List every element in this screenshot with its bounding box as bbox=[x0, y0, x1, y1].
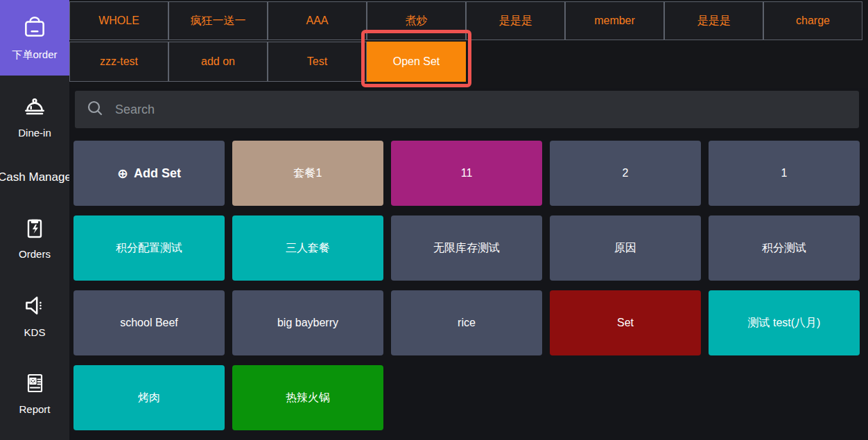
tab-zzz-test[interactable]: zzz-test bbox=[69, 42, 168, 82]
sidebar-item-label: Orders bbox=[19, 248, 51, 260]
category-tabs: WHOLE 疯狂一送一 AAA 煮炒 是是是 member 是是是 charge… bbox=[69, 0, 868, 88]
sidebar: 下单order Dine-in Cash Manage bbox=[0, 0, 69, 440]
sidebar-item-label: KDS bbox=[24, 326, 46, 338]
sidebar-item-dine-in[interactable]: Dine-in bbox=[0, 85, 69, 146]
sidebar-item-order[interactable]: 下单order bbox=[0, 0, 69, 76]
set-tile-1[interactable]: 1 bbox=[709, 141, 860, 206]
search-icon bbox=[75, 99, 114, 120]
set-tile-points-test[interactable]: 积分测试 bbox=[709, 215, 860, 281]
set-grid: ⊕ Add Set 套餐1 11 2 1 积分配置测试 三人套餐 无限库存测试 … bbox=[73, 141, 860, 430]
set-tile-reason[interactable]: 原因 bbox=[550, 215, 701, 281]
tile-label: 1 bbox=[781, 167, 788, 179]
speaker-icon bbox=[21, 292, 49, 326]
tab-whole[interactable]: WHOLE bbox=[69, 1, 168, 40]
add-set-button[interactable]: ⊕ Add Set bbox=[73, 141, 225, 206]
sidebar-item-cash-manage[interactable]: Cash Manage bbox=[0, 166, 69, 188]
set-tile-11[interactable]: 11 bbox=[391, 141, 542, 206]
search-input[interactable] bbox=[114, 102, 859, 118]
set-tile-big-bayberry[interactable]: big bayberry bbox=[232, 290, 383, 355]
sidebar-item-report[interactable]: Report bbox=[0, 362, 69, 423]
tile-label: 无限库存测试 bbox=[433, 241, 500, 256]
tab-crazy-bogo[interactable]: 疯狂一送一 bbox=[168, 1, 268, 40]
tab-shishishi-2[interactable]: 是是是 bbox=[664, 1, 763, 40]
clipboard-bolt-icon bbox=[21, 215, 48, 248]
pos-app-window: 下单order Dine-in Cash Manage bbox=[0, 0, 868, 440]
tile-label: 11 bbox=[461, 167, 473, 179]
tile-label: 原因 bbox=[614, 241, 636, 256]
set-tile-school-beef[interactable]: school Beef bbox=[73, 290, 225, 355]
circled-plus-icon: ⊕ bbox=[117, 167, 128, 180]
set-tile-unlimited-stock-test[interactable]: 无限库存测试 bbox=[391, 215, 542, 281]
sidebar-item-label: Report bbox=[19, 403, 50, 415]
tile-label: 烤肉 bbox=[138, 391, 160, 405]
tab-shishishi-1[interactable]: 是是是 bbox=[466, 1, 565, 40]
set-tile-test-august[interactable]: 测试 test(八月) bbox=[709, 290, 860, 355]
tile-label: big bayberry bbox=[277, 317, 338, 329]
set-tile-set[interactable]: Set bbox=[550, 290, 701, 355]
bag-icon bbox=[21, 14, 49, 49]
tile-label: rice bbox=[458, 317, 476, 329]
tab-charge[interactable]: charge bbox=[763, 1, 862, 40]
tab-test[interactable]: Test bbox=[268, 42, 367, 82]
set-tile-spicy-hotpot[interactable]: 热辣火锅 bbox=[232, 365, 383, 430]
tile-label: 2 bbox=[623, 167, 629, 179]
tile-label: 三人套餐 bbox=[286, 241, 330, 256]
tab-member[interactable]: member bbox=[565, 1, 664, 40]
tile-label: 套餐1 bbox=[294, 166, 322, 181]
tab-row-2: zzz-test add on Test Open Set bbox=[69, 42, 466, 82]
set-tile-three-person-set[interactable]: 三人套餐 bbox=[232, 215, 383, 281]
tile-label: 测试 test(八月) bbox=[748, 316, 821, 331]
set-tile-taocan1[interactable]: 套餐1 bbox=[232, 141, 383, 206]
tile-label: 热辣火锅 bbox=[286, 391, 330, 405]
set-tile-bbq-meat[interactable]: 烤肉 bbox=[73, 365, 225, 430]
sidebar-item-label: 下单order bbox=[12, 49, 57, 62]
set-tile-rice[interactable]: rice bbox=[391, 290, 542, 355]
tab-aaa[interactable]: AAA bbox=[268, 1, 367, 40]
set-tile-2[interactable]: 2 bbox=[550, 141, 701, 206]
tab-zhuchao[interactable]: 煮炒 bbox=[367, 1, 466, 40]
sidebar-item-label: Cash Manage bbox=[0, 170, 69, 184]
tile-label: 积分配置测试 bbox=[116, 241, 182, 256]
sidebar-item-label: Dine-in bbox=[18, 127, 51, 139]
tab-row-1: WHOLE 疯狂一送一 AAA 煮炒 是是是 member 是是是 charge bbox=[69, 1, 862, 40]
tab-open-set[interactable]: Open Set bbox=[367, 42, 466, 82]
sidebar-item-kds[interactable]: KDS bbox=[0, 284, 69, 345]
report-icon bbox=[21, 370, 48, 403]
tile-label: Add Set bbox=[134, 166, 181, 181]
tile-label: 积分测试 bbox=[762, 241, 806, 256]
tab-add-on[interactable]: add on bbox=[168, 42, 268, 82]
bell-icon bbox=[21, 92, 49, 127]
tile-label: Set bbox=[617, 317, 634, 329]
sidebar-item-orders[interactable]: Orders bbox=[0, 206, 69, 267]
search-bar bbox=[75, 91, 859, 128]
tile-label: school Beef bbox=[120, 317, 178, 329]
set-tile-points-config-test[interactable]: 积分配置测试 bbox=[73, 215, 225, 281]
